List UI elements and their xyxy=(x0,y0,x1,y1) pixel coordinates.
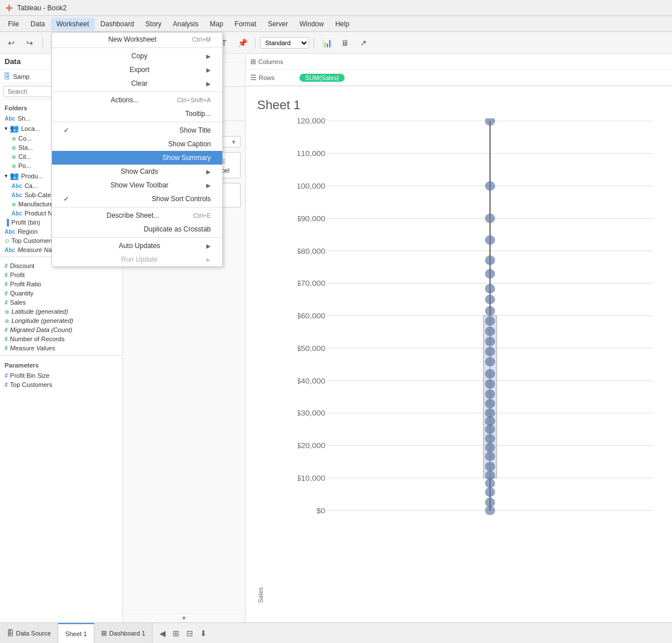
dot[interactable] xyxy=(485,357,495,367)
menu-show-title[interactable]: ✓ Show Title xyxy=(52,123,222,137)
menu-story[interactable]: Story xyxy=(140,18,167,30)
dot[interactable] xyxy=(485,118,495,126)
add-sheet-btn[interactable]: ⊞ xyxy=(170,628,182,639)
menu-auto-updates[interactable]: Auto Updates ▶ xyxy=(52,239,222,253)
tab-data-source[interactable]: 🗄 Data Source xyxy=(0,623,58,643)
svg-text:$0: $0 xyxy=(317,506,326,514)
dot[interactable] xyxy=(485,470,495,480)
dot[interactable] xyxy=(485,462,495,472)
toolbar-presentation[interactable]: 🖥 xyxy=(337,35,353,50)
sidebar-item-quantity[interactable]: # Quantity xyxy=(0,289,122,298)
dot[interactable] xyxy=(485,488,495,497)
menu-clear[interactable]: Clear ▶ xyxy=(52,77,222,90)
toolbar-pin[interactable]: 📌 xyxy=(234,35,250,50)
tab-sheet1[interactable]: Sheet 1 xyxy=(58,623,94,643)
scroll-down-btn[interactable]: ▼ xyxy=(123,613,245,622)
sidebar-item-profit-ratio[interactable]: # Profit Ratio xyxy=(0,279,122,289)
sheet1-label: Sheet 1 xyxy=(65,630,87,637)
sidebar-item-longitude[interactable]: ⊕ Longitude (generated) xyxy=(0,316,122,325)
dot[interactable] xyxy=(485,326,495,336)
menu-copy[interactable]: Copy ▶ xyxy=(52,49,222,63)
abc-icon-ca: Abc xyxy=(11,183,22,189)
dot[interactable] xyxy=(485,214,495,223)
dot[interactable] xyxy=(485,235,495,245)
sidebar-item-top-customers-param[interactable]: # Top Customers xyxy=(0,380,122,389)
dot[interactable] xyxy=(485,337,495,346)
dot[interactable] xyxy=(485,506,495,516)
menu-map[interactable]: Map xyxy=(204,18,229,30)
menu-actions[interactable]: Actions... Ctrl+Shift+A xyxy=(52,93,222,107)
dot[interactable] xyxy=(485,389,495,399)
dot[interactable] xyxy=(485,295,495,305)
dot[interactable] xyxy=(485,408,495,418)
dashboard1-label: Dashboard 1 xyxy=(109,630,145,637)
chart-wrapper: Sales xyxy=(257,118,661,603)
toolbar-chart-type[interactable]: 📊 xyxy=(319,35,335,50)
menu-describe-sheet[interactable]: Describe Sheet... Ctrl+E xyxy=(52,209,222,222)
dot[interactable] xyxy=(485,255,495,265)
dot[interactable] xyxy=(485,347,495,357)
hash-icon-sales: # xyxy=(5,299,8,306)
menu-analysis[interactable]: Analysis xyxy=(167,18,205,30)
sidebar-item-migrated[interactable]: # Migrated Data (Count) xyxy=(0,325,122,334)
menu-duplicate-crosstab[interactable]: Duplicate as Crosstab xyxy=(52,222,222,236)
standard-dropdown[interactable]: Standard Fit Width Fit Height Entire Vie… xyxy=(260,37,309,49)
toolbar-undo[interactable]: ↩ xyxy=(3,35,19,50)
menu-show-summary[interactable]: Show Summary xyxy=(52,151,222,165)
clear-arrow: ▶ xyxy=(206,81,211,87)
menu-window[interactable]: Window xyxy=(294,18,330,30)
menu-show-cards[interactable]: Show Cards ▶ xyxy=(52,165,222,178)
menu-show-caption[interactable]: Show Caption xyxy=(52,137,222,151)
sum-sales-pill[interactable]: SUM(Sales) xyxy=(299,74,345,82)
menu-export[interactable]: Export ▶ xyxy=(52,63,222,77)
dot[interactable] xyxy=(485,498,495,508)
dot[interactable] xyxy=(485,417,495,426)
copy-arrow: ▶ xyxy=(206,53,211,59)
hash-icon-discount: # xyxy=(5,263,8,269)
sidebar-item-profit[interactable]: # Profit xyxy=(0,270,122,279)
chart-svg: $0 $10,000 $20,000 $30,000 $40,000 $50,0… xyxy=(298,118,661,592)
dot[interactable] xyxy=(485,434,495,444)
expand-icon-produ: ▾ xyxy=(5,173,7,179)
menu-file[interactable]: File xyxy=(2,18,25,30)
dot[interactable] xyxy=(485,369,495,379)
dot[interactable] xyxy=(485,306,495,316)
sidebar-item-measure-values[interactable]: # Measure Values xyxy=(0,344,122,353)
menu-run-update[interactable]: Run Update ▶ xyxy=(52,253,222,266)
add-dashboard-btn[interactable]: ⊟ xyxy=(184,628,195,639)
svg-text:$50,000: $50,000 xyxy=(298,344,325,352)
dot[interactable] xyxy=(485,284,495,294)
menu-show-sort-controls[interactable]: ✓ Show Sort Controls xyxy=(52,192,222,206)
toolbar-redo[interactable]: ↪ xyxy=(22,35,38,50)
menu-format[interactable]: Format xyxy=(229,18,262,30)
dot[interactable] xyxy=(485,425,495,434)
dot[interactable] xyxy=(485,181,495,191)
dot[interactable] xyxy=(485,317,495,326)
dot[interactable] xyxy=(485,478,495,488)
toolbar-share[interactable]: ↗ xyxy=(355,35,371,50)
menu-show-view-toolbar[interactable]: Show View Toolbar ▶ xyxy=(52,178,222,192)
sidebar-item-sales[interactable]: # Sales xyxy=(0,298,122,307)
menu-tooltip[interactable]: Tooltip... xyxy=(52,107,222,121)
tab-dashboard1[interactable]: ⊞ Dashboard 1 xyxy=(94,623,153,643)
sidebar-item-profit-bin-size[interactable]: # Profit Bin Size xyxy=(0,371,122,380)
menu-worksheet[interactable]: Worksheet xyxy=(51,18,95,30)
dot[interactable] xyxy=(485,269,495,279)
menu-data[interactable]: Data xyxy=(25,18,50,30)
dot[interactable] xyxy=(485,443,495,453)
sidebar-item-latitude[interactable]: ⊕ Latitude (generated) xyxy=(0,307,122,316)
dot[interactable] xyxy=(485,399,495,409)
menu-new-worksheet[interactable]: New Worksheet Ctrl+M xyxy=(52,33,222,46)
dot[interactable] xyxy=(485,452,495,461)
toolbar-sep5 xyxy=(255,37,255,49)
dropdown-arrow-icon: ▼ xyxy=(231,139,237,145)
worksheet-dropdown-menu: New Worksheet Ctrl+M Copy ▶ Export ▶ Cle… xyxy=(51,32,223,267)
export-label: Export xyxy=(130,66,150,74)
scroll-tabs-right[interactable]: ⬇ xyxy=(198,628,209,639)
sidebar-item-num-records[interactable]: # Number of Records xyxy=(0,334,122,344)
menu-server[interactable]: Server xyxy=(262,18,294,30)
menu-dashboard[interactable]: Dashboard xyxy=(95,18,140,30)
dot[interactable] xyxy=(485,380,495,389)
menu-help[interactable]: Help xyxy=(330,18,355,30)
scroll-tabs-left[interactable]: ◀ xyxy=(157,628,168,639)
